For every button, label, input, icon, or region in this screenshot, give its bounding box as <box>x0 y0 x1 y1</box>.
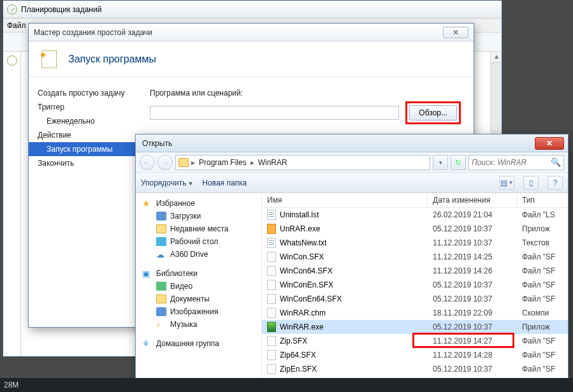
wizard-titlebar[interactable]: Мастер создания простой задачи ✕ <box>29 24 474 41</box>
file-name: Zip.SFX <box>280 337 307 345</box>
folder-icon <box>178 158 189 167</box>
search-field[interactable] <box>469 158 563 167</box>
file-icon <box>267 252 276 262</box>
nav-recent[interactable]: Недавние места <box>136 222 261 235</box>
file-row[interactable]: ZipEn.SFX05.12.2019 10:37Файл "SF <box>262 362 568 376</box>
nav-favorites[interactable]: ★Избранное <box>136 197 261 210</box>
program-field-label: Программа или сценарий: <box>150 89 461 98</box>
file-row[interactable]: WinRAR.chm18.11.2019 22:09Скомпи <box>262 306 568 320</box>
highlight-ring: Обзор... <box>405 101 461 124</box>
file-row[interactable]: Zip.SFX11.12.2019 14:27Файл "SF <box>262 334 568 348</box>
file-name: Uninstall.lst <box>280 210 319 219</box>
file-type: Файл "SF <box>517 365 568 374</box>
file-row[interactable]: WinCon.SFX11.12.2019 14:25Файл "SF <box>262 250 568 264</box>
browse-button[interactable]: Обзор... <box>409 105 457 120</box>
file-name: WinConEn64.SFX <box>280 294 342 303</box>
file-row[interactable]: WinConEn.SFX05.12.2019 10:37Файл "SF <box>262 278 568 292</box>
wizard-icon: ✦ <box>39 49 59 69</box>
nav-forward-button[interactable]: → <box>157 155 173 170</box>
file-dialog-toolbar: Упорядочить▼ Новая папка ▤▼ ▯ ? <box>136 173 568 193</box>
file-date: 18.11.2019 22:09 <box>428 309 517 317</box>
close-button[interactable]: ✕ <box>535 137 564 150</box>
nav-a360[interactable]: ☁A360 Drive <box>136 248 261 261</box>
navigation-pane[interactable]: ★Избранное Загрузки Недавние места Рабоч… <box>136 193 262 388</box>
file-dialog-title: Открыть <box>140 139 172 148</box>
file-name: WhatsNew.txt <box>280 238 326 247</box>
file-date: 05.12.2019 10:37 <box>428 365 517 374</box>
refresh-icon: ↻ <box>455 158 461 167</box>
taskbar[interactable]: 28M <box>0 378 573 392</box>
nav-libraries[interactable]: ▣Библиотеки <box>136 267 261 280</box>
close-icon: ✕ <box>453 28 459 37</box>
file-row[interactable]: WinCon64.SFX11.12.2019 14:26Файл "SF <box>262 264 568 278</box>
step-create-task[interactable]: Создать простую задачу <box>29 86 137 100</box>
file-name: WinRAR.chm <box>280 309 326 317</box>
file-date: 11.12.2019 14:25 <box>428 252 517 261</box>
program-path-input[interactable] <box>150 106 399 120</box>
nav-documents[interactable]: Документы <box>136 293 261 305</box>
task-scheduler-tree[interactable] <box>3 52 21 356</box>
view-icon: ▤ <box>500 178 507 187</box>
step-finish[interactable]: Закончить <box>29 156 137 170</box>
step-weekly[interactable]: Еженедельно <box>29 114 137 128</box>
downloads-icon <box>156 212 166 221</box>
pictures-icon <box>156 307 166 316</box>
nav-homegroup[interactable]: ⚘Домашняя группа <box>136 337 261 350</box>
organize-menu[interactable]: Упорядочить▼ <box>141 178 193 187</box>
nav-pictures[interactable]: Изображения <box>136 305 261 318</box>
view-menu[interactable]: ▤▼ <box>499 176 514 190</box>
column-date[interactable]: Дата изменения <box>428 193 517 207</box>
file-type: Прилож <box>517 224 568 233</box>
file-icon <box>267 336 276 346</box>
column-type[interactable]: Тип <box>517 193 568 207</box>
close-button[interactable]: ✕ <box>443 27 468 38</box>
breadcrumb-item[interactable]: WinRAR <box>254 158 291 167</box>
file-date: 05.12.2019 10:37 <box>428 323 517 331</box>
file-name: WinCon64.SFX <box>280 266 333 275</box>
search-input[interactable]: 🔍 <box>468 155 564 170</box>
folder-icon <box>156 224 166 233</box>
file-row[interactable]: Zip64.SFX11.12.2019 14:28Файл "SF <box>262 348 568 362</box>
file-date: 26.02.2019 21:04 <box>428 210 517 219</box>
search-icon: 🔍 <box>551 157 561 167</box>
breadcrumb[interactable]: ▸ Program Files ▸ WinRAR <box>175 155 430 170</box>
file-row[interactable]: UnRAR.exe05.12.2019 10:37Прилож <box>262 222 568 236</box>
nav-video[interactable]: Видео <box>136 280 261 293</box>
step-action[interactable]: Действие <box>29 128 137 142</box>
nav-music[interactable]: ♪Музыка <box>136 318 261 331</box>
help-button[interactable]: ? <box>548 176 563 190</box>
step-run-program[interactable]: Запуск программы <box>29 142 137 156</box>
wizard-header: ✦ Запуск программы <box>29 41 474 77</box>
file-row[interactable]: Uninstall.lst26.02.2019 21:04Файл "LS <box>262 208 568 222</box>
task-scheduler-titlebar[interactable]: Планировщик заданий <box>3 1 502 18</box>
refresh-button[interactable]: ↻ <box>451 155 466 170</box>
file-dialog-titlebar[interactable]: Открыть ✕ <box>136 134 568 152</box>
file-date: 11.12.2019 14:26 <box>428 266 517 275</box>
file-icon <box>267 308 276 318</box>
task-scheduler-title: Планировщик заданий <box>21 5 101 14</box>
file-date: 05.12.2019 10:37 <box>428 294 517 303</box>
clock-icon <box>7 4 17 15</box>
file-type: Файл "LS <box>517 210 568 219</box>
file-name: UnRAR.exe <box>280 224 320 233</box>
preview-pane-button[interactable]: ▯ <box>523 176 539 190</box>
close-icon: ✕ <box>546 139 553 148</box>
nav-downloads[interactable]: Загрузки <box>136 210 261 222</box>
scroll-up-icon[interactable]: ▴ <box>491 52 502 63</box>
nav-back-button[interactable]: ← <box>140 155 155 170</box>
breadcrumb-item[interactable]: Program Files <box>195 158 250 167</box>
file-row[interactable]: WinRAR.exe05.12.2019 10:37Прилож <box>262 320 568 334</box>
nav-desktop[interactable]: Рабочий стол <box>136 235 261 248</box>
file-row[interactable]: WhatsNew.txt11.12.2019 10:37Текстов <box>262 236 568 250</box>
file-row[interactable]: WinConEn64.SFX05.12.2019 10:37Файл "SF <box>262 292 568 306</box>
file-icon <box>267 364 276 374</box>
new-folder-button[interactable]: Новая папка <box>202 178 247 187</box>
breadcrumb-dropdown[interactable]: ▾ <box>433 155 448 170</box>
file-date: 11.12.2019 14:27 <box>428 337 517 345</box>
arrow-left-icon: ← <box>143 158 151 167</box>
column-name[interactable]: Имя <box>262 193 428 207</box>
wizard-heading: Запуск программы <box>68 54 156 65</box>
menu-file[interactable]: Файл <box>7 21 26 30</box>
step-trigger[interactable]: Триггер <box>29 100 137 114</box>
file-name: ZipEn.SFX <box>280 365 317 374</box>
